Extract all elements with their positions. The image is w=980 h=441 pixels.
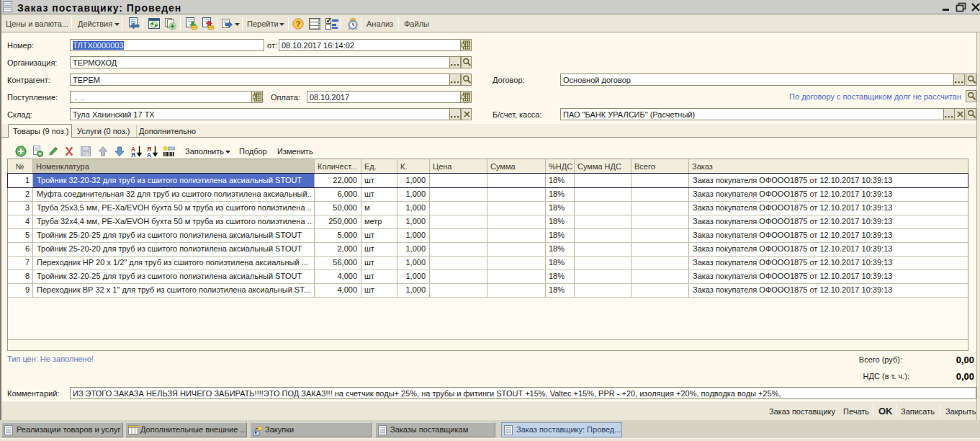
svg-text:Я: Я — [131, 151, 135, 159]
svg-text:А: А — [147, 151, 151, 159]
svg-text:?: ? — [296, 19, 301, 28]
